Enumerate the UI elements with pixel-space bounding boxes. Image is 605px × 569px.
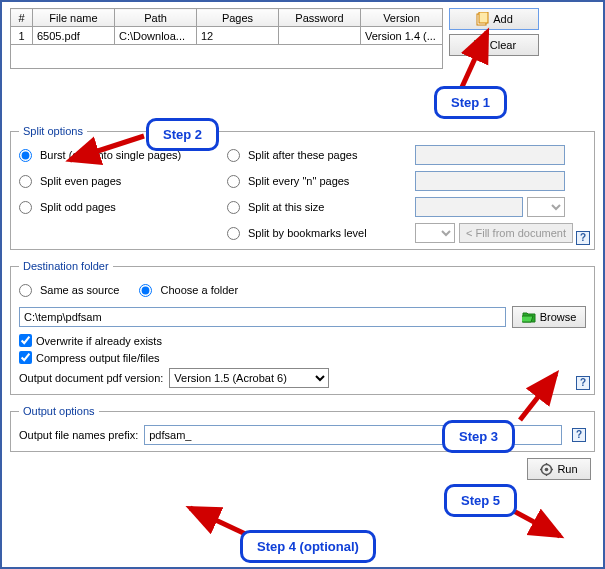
radio-after[interactable]: Split after these pages: [227, 145, 407, 165]
radio-every-n[interactable]: Split every "n" pages: [227, 171, 407, 191]
add-button-label: Add: [493, 13, 513, 25]
prefix-label: Output file names prefix:: [19, 429, 138, 441]
radio-bookmarks-label: Split by bookmarks level: [248, 227, 367, 239]
add-button[interactable]: Add: [449, 8, 539, 30]
output-options-group: Output options Output file names prefix:…: [10, 405, 595, 452]
col-version[interactable]: Version: [361, 9, 443, 27]
pdf-version-select[interactable]: Version 1.5 (Acrobat 6): [169, 368, 329, 388]
svg-point-4: [545, 467, 549, 471]
radio-odd-input[interactable]: [19, 201, 32, 214]
destination-path-input[interactable]: [19, 307, 506, 327]
gear-icon: [540, 463, 553, 476]
radio-size-input[interactable]: [227, 201, 240, 214]
svg-rect-1: [479, 12, 488, 23]
radio-after-input[interactable]: [227, 149, 240, 162]
overwrite-checkbox[interactable]: [19, 334, 32, 347]
radio-burst-input[interactable]: [19, 149, 32, 162]
radio-choose-folder-input[interactable]: [139, 284, 152, 297]
col-num[interactable]: #: [11, 9, 33, 27]
destination-folder-group: Destination folder Same as source Choose…: [10, 260, 595, 395]
add-file-icon: [475, 12, 489, 26]
step-5-callout: Step 5: [444, 484, 517, 517]
cell-password: [279, 27, 361, 45]
radio-size[interactable]: Split at this size: [227, 197, 407, 217]
folder-icon: [522, 311, 536, 323]
radio-choose-folder[interactable]: Choose a folder: [139, 280, 238, 300]
file-table-area: # File name Path Pages Password Version …: [10, 8, 595, 69]
col-filename[interactable]: File name: [33, 9, 115, 27]
size-input[interactable]: [415, 197, 523, 217]
radio-every-n-label: Split every "n" pages: [248, 175, 349, 187]
radio-size-label: Split at this size: [248, 201, 324, 213]
size-unit-select[interactable]: [527, 197, 565, 217]
browse-button-label: Browse: [540, 311, 577, 323]
radio-bookmarks[interactable]: Split by bookmarks level: [227, 223, 407, 243]
clear-button-label: Clear: [490, 39, 516, 51]
cell-path: C:\Downloa...: [115, 27, 197, 45]
cell-filename: 6505.pdf: [33, 27, 115, 45]
bookmark-level-select[interactable]: [415, 223, 455, 243]
help-icon[interactable]: ?: [572, 428, 586, 442]
arrow-step4: [182, 502, 262, 542]
cell-version: Version 1.4 (...: [361, 27, 443, 45]
col-pages[interactable]: Pages: [197, 9, 279, 27]
table-row-empty: [11, 45, 443, 69]
after-pages-input[interactable]: [415, 145, 565, 165]
split-options-legend: Split options: [19, 125, 87, 137]
col-password[interactable]: Password: [279, 9, 361, 27]
help-icon[interactable]: ?: [576, 231, 590, 245]
pdf-version-label: Output document pdf version:: [19, 372, 163, 384]
every-n-input[interactable]: [415, 171, 565, 191]
radio-odd[interactable]: Split odd pages: [19, 197, 219, 217]
radio-choose-folder-label: Choose a folder: [160, 284, 238, 296]
radio-even[interactable]: Split even pages: [19, 171, 219, 191]
radio-burst[interactable]: Burst (split into single pages): [19, 145, 219, 165]
radio-even-label: Split even pages: [40, 175, 121, 187]
destination-folder-legend: Destination folder: [19, 260, 113, 272]
help-icon[interactable]: ?: [576, 376, 590, 390]
radio-bookmarks-input[interactable]: [227, 227, 240, 240]
radio-same-source[interactable]: Same as source: [19, 280, 119, 300]
overwrite-label: Overwrite if already exists: [36, 335, 162, 347]
radio-same-source-input[interactable]: [19, 284, 32, 297]
compress-label: Compress output file/files: [36, 352, 160, 364]
fill-from-document-button[interactable]: < Fill from document: [459, 223, 573, 243]
compress-checkbox-row[interactable]: Compress output file/files: [19, 351, 586, 364]
clear-button[interactable]: Clear: [449, 34, 539, 56]
clear-icon: [472, 38, 486, 52]
split-options-group: Split options Burst (split into single p…: [10, 125, 595, 250]
radio-odd-label: Split odd pages: [40, 201, 116, 213]
radio-after-label: Split after these pages: [248, 149, 357, 161]
compress-checkbox[interactable]: [19, 351, 32, 364]
prefix-input[interactable]: [144, 425, 562, 445]
step-4-callout: Step 4 (optional): [240, 530, 376, 563]
file-table[interactable]: # File name Path Pages Password Version …: [10, 8, 443, 69]
radio-burst-label: Burst (split into single pages): [40, 149, 181, 161]
radio-same-source-label: Same as source: [40, 284, 119, 296]
cell-num: 1: [11, 27, 33, 45]
run-button-label: Run: [557, 463, 577, 475]
col-path[interactable]: Path: [115, 9, 197, 27]
run-button[interactable]: Run: [527, 458, 591, 480]
cell-pages: 12: [197, 27, 279, 45]
table-row[interactable]: 1 6505.pdf C:\Downloa... 12 Version 1.4 …: [11, 27, 443, 45]
browse-button[interactable]: Browse: [512, 306, 586, 328]
arrow-step5: [502, 502, 572, 544]
output-options-legend: Output options: [19, 405, 99, 417]
radio-every-n-input[interactable]: [227, 175, 240, 188]
overwrite-checkbox-row[interactable]: Overwrite if already exists: [19, 334, 586, 347]
radio-even-input[interactable]: [19, 175, 32, 188]
